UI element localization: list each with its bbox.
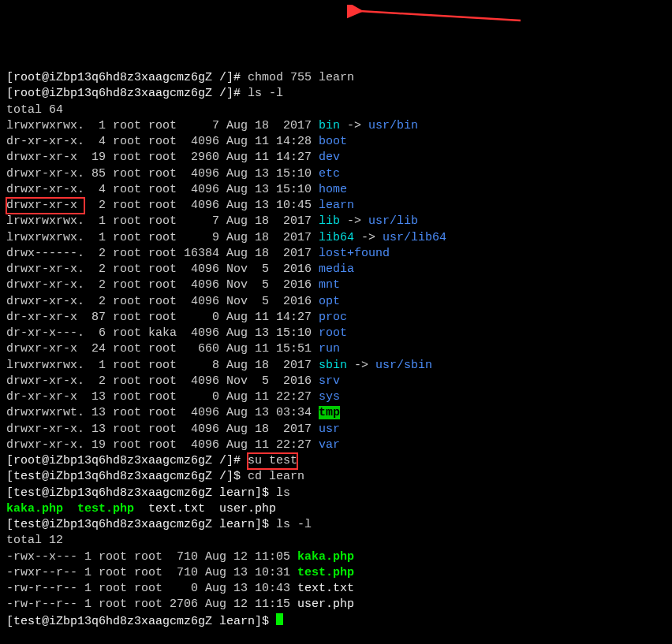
terminal-output[interactable]: [root@iZbp13q6hd8z3xaagcmz6gZ /]# chmod … (6, 70, 666, 630)
prompt: [root@iZbp13q6hd8z3xaagcmz6gZ /]# (6, 71, 248, 84)
file-name: lib (319, 214, 340, 228)
file-name: srv (319, 374, 340, 388)
file-name: boot (319, 135, 347, 148)
file-name: lost+found (319, 247, 390, 260)
file-name: home (319, 183, 347, 196)
file-name: run (319, 342, 340, 356)
file-name: text.txt (297, 582, 354, 595)
file-name: user.php (219, 502, 276, 516)
file-name: kaka.php (297, 550, 354, 564)
highlight-su-command: su test (248, 453, 297, 469)
file-name: learn (319, 199, 354, 212)
file-name: dev (319, 151, 340, 164)
file-name: var (319, 438, 340, 452)
file-name: root (319, 326, 347, 340)
file-name: tmp (319, 406, 340, 419)
file-name: mnt (319, 278, 340, 292)
file-name: usr (319, 423, 340, 436)
file-name: proc (319, 311, 347, 324)
file-name: opt (319, 295, 340, 308)
svg-line-0 (360, 11, 521, 20)
highlight-permissions: drwxr-xr-x (6, 198, 84, 214)
file-name: kaka.php (6, 502, 63, 516)
file-name: text.txt (148, 502, 205, 516)
prompt: [root@iZbp13q6hd8z3xaagcmz6gZ /]# (6, 87, 248, 100)
file-name: media (319, 262, 354, 276)
cursor (276, 613, 283, 626)
file-name: sbin (319, 359, 347, 372)
file-name: sys (319, 390, 340, 404)
file-name: test.php (297, 566, 354, 579)
file-name: lib64 (319, 231, 354, 244)
file-name: test.php (77, 502, 134, 516)
file-name: etc (319, 167, 340, 181)
annotation-arrow (347, 5, 528, 27)
file-name: bin (319, 119, 340, 132)
file-name: user.php (297, 597, 354, 611)
